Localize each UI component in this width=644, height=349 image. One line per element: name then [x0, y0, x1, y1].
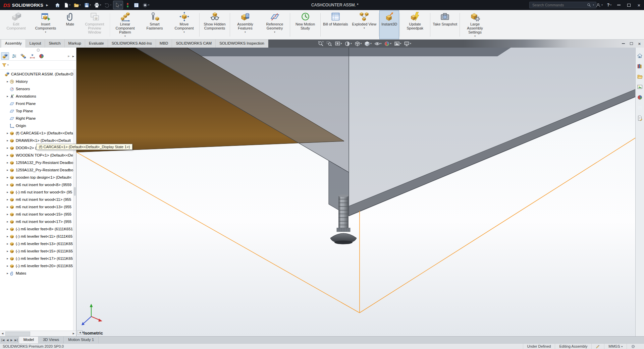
ribbon-button[interactable]: Take Snapshot ▾: [431, 10, 459, 39]
dropdown-caret-icon[interactable]: ▾: [120, 4, 122, 6]
tree-item[interactable]: ▸ Front Plane: [0, 100, 76, 107]
view-palette-icon[interactable]: [637, 84, 643, 90]
ribbon-button[interactable]: Bill of Materials ▾: [321, 10, 350, 39]
commandmanager-tab[interactable]: Layout: [26, 40, 45, 48]
ribbon-dropdown-caret-icon[interactable]: ▾: [45, 31, 46, 34]
expand-arrow-icon[interactable]: ▸: [6, 220, 9, 223]
edit-appearance-icon[interactable]: ▾: [384, 41, 391, 47]
scenes-icon[interactable]: [637, 105, 643, 111]
expand-arrow-icon[interactable]: ▸: [6, 198, 9, 201]
commandmanager-tab[interactable]: SOLIDWORKS Inspection: [216, 40, 268, 48]
open-icon[interactable]: ▾: [72, 1, 82, 9]
status-units-selector[interactable]: MMGS ▴: [604, 344, 627, 349]
dropdown-caret-icon[interactable]: ▾: [79, 4, 81, 6]
status-options-button[interactable]: [627, 344, 639, 349]
expand-arrow-icon[interactable]: ▸: [6, 168, 9, 172]
expand-arrow-icon[interactable]: ▸: [6, 176, 9, 179]
expand-arrow-icon[interactable]: ▸: [6, 257, 9, 260]
document-tab[interactable]: Motion Study 1: [64, 337, 99, 343]
tree-item[interactable]: ▸ 1259A132_Pry-Resistant Deadbolt: [0, 166, 76, 174]
display-style-icon[interactable]: ▾: [364, 41, 372, 47]
last-tab-icon[interactable]: ▶: [14, 339, 17, 342]
tree-item[interactable]: ▸ Annotations: [0, 93, 76, 100]
heads-up-caret-icon[interactable]: ▾: [410, 42, 411, 45]
commandmanager-tab[interactable]: Markup: [65, 40, 85, 48]
expand-arrow-icon[interactable]: ▸: [6, 154, 9, 157]
ribbon-button[interactable]: Component Preview Window ▾: [80, 10, 109, 39]
heads-up-caret-icon[interactable]: ▾: [370, 42, 372, 45]
tree-item[interactable]: ▸ Top Plane: [0, 107, 76, 115]
ribbon-button[interactable]: Assembly Features ▾: [230, 10, 260, 39]
commandmanager-tab[interactable]: SOLIDWORKS CAM: [172, 40, 216, 48]
ribbon-button[interactable]: New Motion Study ▾: [290, 10, 320, 39]
displaymanager-tab-icon[interactable]: [37, 52, 45, 60]
first-tab-icon[interactable]: ◀: [2, 339, 4, 342]
heads-up-caret-icon[interactable]: ▾: [390, 42, 391, 45]
search-commands-box[interactable]: ▾: [529, 2, 596, 8]
commandmanager-tab[interactable]: MBD: [156, 40, 172, 48]
solidworks-logo[interactable]: DS SOLIDWORKS ▶: [3, 2, 48, 8]
apply-scene-icon[interactable]: ▾: [394, 41, 401, 47]
expand-arrow-icon[interactable]: ▸: [6, 139, 9, 142]
ribbon-button[interactable]: Reference Geometry ▾: [260, 10, 289, 39]
zoom-to-fit-icon[interactable]: ▾: [318, 41, 324, 47]
tree-item[interactable]: ▸ Sensors: [0, 85, 76, 93]
expand-arrow-icon[interactable]: ▸: [6, 264, 9, 268]
hide-show-items-icon[interactable]: ▾: [374, 41, 382, 47]
toggle-icon[interactable]: ▾: [124, 1, 131, 9]
propertymanager-tab-icon[interactable]: [10, 52, 18, 60]
ribbon-button[interactable]: Move Component ▾: [169, 10, 199, 39]
view-settings-icon[interactable]: ▾: [404, 41, 411, 47]
minimize-button[interactable]: [614, 0, 624, 10]
ribbon-button[interactable]: Insert Components ▾: [31, 10, 60, 39]
ribbon-button[interactable]: Edit Component ▾: [1, 10, 31, 39]
scroll-left-icon[interactable]: ◀: [0, 331, 5, 336]
heads-up-caret-icon[interactable]: ▾: [380, 42, 382, 45]
ribbon-dropdown-caret-icon[interactable]: ▾: [474, 35, 476, 38]
tree-item[interactable]: ▸ (-) m6 leveller feet<15> (6111K65: [0, 247, 76, 255]
search-input[interactable]: [532, 3, 585, 7]
ribbon-button[interactable]: Smart Fasteners ▾: [140, 10, 169, 39]
expand-arrow-icon[interactable]: ▸: [6, 242, 9, 245]
solidworks-resources-icon[interactable]: [637, 53, 643, 59]
featuremanager-tab-icon[interactable]: [1, 52, 9, 60]
tree-item[interactable]: ▸ (-) m6 leveller feet<20> (6111K65: [0, 262, 76, 270]
panel-splitter-handle[interactable]: [0, 48, 76, 52]
expand-arrow-icon[interactable]: ▸: [6, 183, 9, 186]
configurationmanager-tab-icon[interactable]: [19, 52, 27, 60]
options-gear-icon[interactable]: ▾: [141, 1, 151, 9]
heads-up-caret-icon[interactable]: ▾: [341, 42, 342, 45]
tree-item[interactable]: ▸ (-) m6 leveller feet<13> (6111K65: [0, 240, 76, 247]
dropdown-caret-icon[interactable]: ▾: [148, 4, 150, 6]
commandmanager-tab[interactable]: SOLIDWORKS Add-Ins: [108, 40, 156, 48]
expand-arrow-icon[interactable]: ▸: [6, 235, 9, 238]
expand-arrow-icon[interactable]: ▸: [6, 146, 9, 150]
home-icon[interactable]: ▾: [54, 1, 61, 9]
appearances-icon[interactable]: [637, 95, 643, 100]
ribbon-dropdown-caret-icon[interactable]: ▾: [245, 31, 246, 34]
file-explorer-icon[interactable]: [637, 74, 643, 79]
ribbon-button[interactable]: Mate ▾: [60, 10, 80, 39]
expand-arrow-icon[interactable]: ▸: [6, 249, 9, 253]
ribbon-button[interactable]: Instant3D ▾: [379, 10, 399, 39]
tree-item[interactable]: ▸ DRAWER<1> (Default<<Default: [0, 137, 76, 144]
custom-properties-icon[interactable]: [637, 115, 643, 121]
ribbon-button[interactable]: Update Speedpak ▾: [400, 10, 430, 39]
select-cursor-icon[interactable]: ▾: [113, 1, 123, 9]
previous-tab-icon[interactable]: ◀: [6, 339, 8, 342]
expand-arrow-icon[interactable]: ▸: [6, 213, 9, 216]
ribbon-button[interactable]: Show Hidden Components ▾: [200, 10, 229, 39]
commandmanager-tab[interactable]: Assembly: [1, 40, 26, 48]
commandmanager-tab[interactable]: Evaluate: [85, 40, 108, 48]
tree-horizontal-scrollbar[interactable]: ◀ ▶: [0, 331, 76, 336]
ribbon-dropdown-caret-icon[interactable]: ▾: [274, 31, 275, 34]
viewport-corner-scroll-icon[interactable]: ◀: [77, 330, 83, 335]
tree-item[interactable]: ▸ wooden top design<1> (Default<: [0, 174, 76, 181]
tree-item[interactable]: ▸ m6 nut insert for wood<11> (955: [0, 196, 76, 203]
doc-close-button[interactable]: ×: [638, 42, 641, 46]
expand-arrow-icon[interactable]: ▸: [6, 190, 9, 194]
heads-up-caret-icon[interactable]: ▾: [361, 42, 362, 45]
ribbon-button[interactable]: Large Assembly Settings ▾: [460, 10, 490, 39]
dropdown-caret-icon[interactable]: ▾: [100, 4, 101, 6]
expand-arrow-icon[interactable]: ▸: [6, 161, 9, 164]
